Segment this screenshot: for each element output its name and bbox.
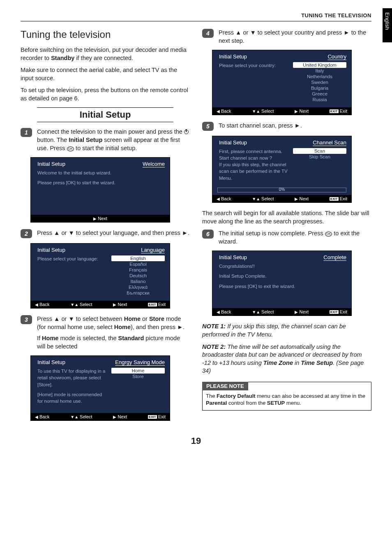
osd-country-prompt: Please select your country:	[219, 62, 289, 104]
osd-complete-l1: Congratulations!!	[219, 263, 346, 269]
osd-energy-l2: [Home] mode is recommended for normal ho…	[37, 391, 107, 404]
osd-lang-opt: Italiano	[111, 278, 165, 284]
osd-complete-l3: Please press [OK] to exit the wizard.	[219, 283, 346, 290]
intro-p2: Make sure to connect the aerial cable, a…	[21, 66, 190, 82]
osd-lang-opt: Български	[111, 290, 165, 296]
osd-lang-title-right: Language	[141, 247, 165, 253]
osd-country-opt: Russia	[293, 97, 346, 102]
osd-energy-footer: ◀Back ▼▲Select ▶Next EXITExit	[31, 413, 170, 420]
osd-complete-footer: ◀Back ▼▲Select ▶Next EXITExit	[212, 308, 351, 316]
step-3-badge: 3	[21, 315, 32, 324]
step-1-badge: 1	[21, 128, 32, 137]
page-title: Tuning the television	[21, 29, 190, 40]
step-3: 3 Press ▲ or ▼ to select between Home or…	[21, 315, 190, 350]
osd-scan-opt-selected: Scan	[293, 148, 346, 154]
osd-scan-msg: First, please connect antenna. Start cha…	[219, 148, 289, 182]
step-4-badge: 4	[202, 29, 214, 38]
step-6-badge: 6	[202, 230, 214, 239]
osd-complete: Initial Setup Complete Congratulations!!…	[212, 251, 352, 316]
osd-energy-opt-selected: Home	[111, 368, 165, 374]
step-6: 6 The initial setup is now complete. Pre…	[202, 230, 371, 246]
osd-energy: Initial Setup Engrgy Saving Mode To use …	[30, 355, 170, 421]
osd-scan-opt: Skip Scan	[293, 154, 346, 160]
step-4: 4 Press ▲ or ▼ to select your country an…	[202, 29, 371, 45]
osd-welcome: Initial Setup Welcome Welcome to the ini…	[30, 157, 170, 223]
note-1: NOTE 1: If you skip this step, the chann…	[202, 323, 371, 339]
page-number: 19	[21, 436, 371, 446]
osd-country-opt: Bulgaria	[293, 85, 346, 91]
language-tab: English	[383, 8, 392, 42]
power-icon	[184, 130, 189, 134]
osd-lang-opt: Ελληνικά	[111, 284, 165, 290]
header-section-title: TUNING THE TELEVISION	[301, 12, 371, 19]
osd-lang-opt: Français	[111, 267, 165, 273]
ok-icon: OK	[67, 146, 74, 151]
osd-language: Initial Setup Language Please select you…	[30, 243, 170, 309]
step-1: 1 Connect the television to the main pow…	[21, 128, 190, 152]
osd-welcome-l2: Please press [OK] to start the wizard.	[37, 179, 165, 186]
osd-scan-title-left: Initial Setup	[219, 139, 247, 146]
step-5-badge: 5	[202, 122, 214, 131]
exit-icon: EXIT	[148, 415, 157, 419]
osd-country-opt: Sweden	[293, 79, 346, 85]
osd-lang-title-left: Initial Setup	[37, 247, 65, 253]
please-note-tab: PLEASE NOTE	[202, 382, 248, 390]
intro-p1: Before switching on the television, put …	[21, 46, 190, 62]
osd-country-opt: Italy	[293, 68, 346, 74]
osd-energy-title-right: Engrgy Saving Mode	[115, 359, 165, 365]
exit-icon: EXIT	[148, 303, 157, 306]
osd-complete-title-right: Complete	[323, 254, 346, 260]
step-2-badge: 2	[21, 229, 32, 238]
osd-welcome-title-left: Initial Setup	[37, 161, 65, 167]
osd-lang-footer: ◀Back ▼▲Select ▶Next EXITExit	[31, 301, 170, 308]
ok-icon: OK	[325, 232, 332, 237]
osd-welcome-footer: ▶Next	[31, 215, 170, 222]
section-heading: Initial Setup	[37, 107, 173, 122]
osd-complete-title-left: Initial Setup	[219, 254, 247, 260]
exit-icon: EXIT	[330, 109, 339, 113]
osd-lang-prompt: Please select your language:	[37, 255, 107, 297]
osd-country-opt: Netherlands	[293, 74, 346, 79]
osd-country-title-right: Country	[327, 53, 346, 60]
note-2: NOTE 2: The time will be set automatical…	[202, 343, 371, 375]
osd-welcome-title-right: Welcome	[143, 161, 165, 167]
step-2: 2 Press ▲ or ▼ to select your language, …	[21, 229, 190, 238]
osd-complete-l2: Initial Setup Complete.	[219, 273, 346, 279]
exit-icon: EXIT	[330, 310, 339, 314]
osd-scan-title-right: Channel Scan	[313, 139, 346, 146]
osd-scan-footer: ◀Back ▼▲Select ▶Next EXITExit	[212, 195, 351, 202]
intro-p3: To set up the television, press the butt…	[21, 86, 190, 102]
osd-energy-opt: Store	[111, 374, 165, 379]
osd-country-title-left: Initial Setup	[219, 53, 247, 60]
osd-welcome-l1: Welcome to the initial setup wizard.	[37, 169, 165, 176]
osd-lang-opt-selected: English	[111, 255, 165, 261]
osd-energy-title-left: Initial Setup	[37, 359, 65, 365]
osd-lang-opt: Deutsch	[111, 273, 165, 278]
osd-country: Initial Setup Country Please select your…	[212, 50, 352, 115]
osd-country-opt-selected: United Kingdom	[293, 62, 346, 68]
osd-energy-l1: To use this TV for displaying in a retai…	[37, 368, 107, 388]
step-5-after: The search will begin for all available …	[202, 209, 371, 225]
please-note-box: PLEASE NOTE The Factory Default menu can…	[202, 382, 371, 411]
osd-scan-progress: 0%	[217, 188, 346, 193]
osd-country-opt: Greece	[293, 91, 346, 97]
page-header: TUNING THE TELEVISION	[21, 12, 371, 21]
osd-scan: Initial Setup Channel Scan First, please…	[212, 136, 352, 203]
osd-country-footer: ◀Back ▼▲Select ▶Next EXITExit	[212, 107, 351, 115]
step-5: 5 To start channel scan, press ►.	[202, 122, 371, 131]
osd-lang-opt: Español	[111, 261, 165, 267]
exit-icon: EXIT	[330, 197, 339, 201]
